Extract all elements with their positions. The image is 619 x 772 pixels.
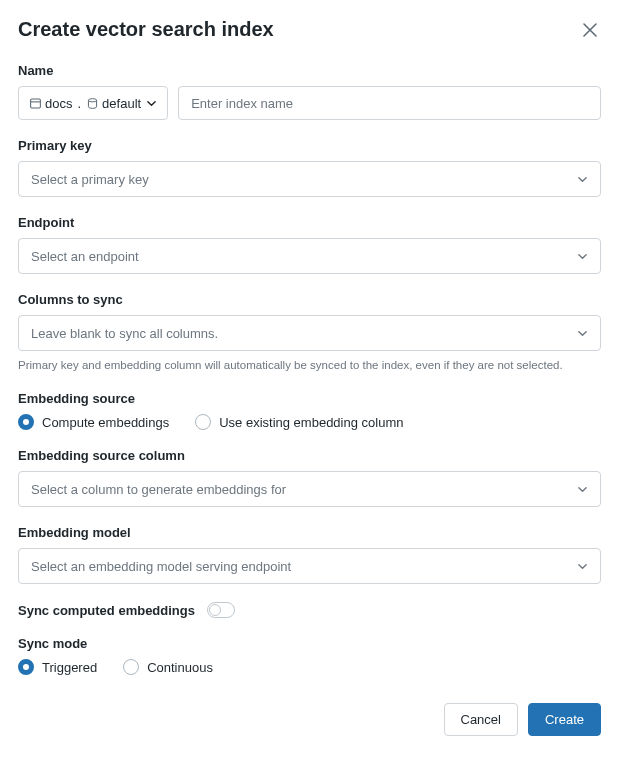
chevron-down-icon — [577, 251, 588, 262]
embedding-source-label: Embedding source — [18, 391, 601, 406]
columns-label: Columns to sync — [18, 292, 601, 307]
embedding-column-placeholder: Select a column to generate embeddings f… — [31, 482, 286, 497]
radio-label: Triggered — [42, 660, 97, 675]
radio-unchecked-icon — [195, 414, 211, 430]
svg-point-2 — [89, 98, 97, 101]
embedding-column-select[interactable]: Select a column to generate embeddings f… — [18, 471, 601, 507]
columns-select[interactable]: Leave blank to sync all columns. — [18, 315, 601, 351]
sync-mode-label: Sync mode — [18, 636, 601, 651]
name-label: Name — [18, 63, 601, 78]
sync-mode-triggered-radio[interactable]: Triggered — [18, 659, 97, 675]
radio-checked-icon — [18, 659, 34, 675]
embedding-source-compute-radio[interactable]: Compute embeddings — [18, 414, 169, 430]
catalog-icon — [29, 97, 42, 110]
catalog-name: docs — [45, 96, 72, 111]
radio-unchecked-icon — [123, 659, 139, 675]
chevron-down-icon — [577, 484, 588, 495]
schema-icon — [86, 97, 99, 110]
chevron-down-icon — [577, 561, 588, 572]
primary-key-label: Primary key — [18, 138, 601, 153]
chevron-down-icon — [577, 174, 588, 185]
radio-label: Use existing embedding column — [219, 415, 403, 430]
embedding-source-existing-radio[interactable]: Use existing embedding column — [195, 414, 403, 430]
sync-computed-toggle[interactable] — [207, 602, 235, 618]
embedding-model-select[interactable]: Select an embedding model serving endpoi… — [18, 548, 601, 584]
embedding-model-placeholder: Select an embedding model serving endpoi… — [31, 559, 291, 574]
primary-key-select[interactable]: Select a primary key — [18, 161, 601, 197]
endpoint-label: Endpoint — [18, 215, 601, 230]
embedding-column-label: Embedding source column — [18, 448, 601, 463]
dialog-title: Create vector search index — [18, 18, 274, 41]
sync-mode-continuous-radio[interactable]: Continuous — [123, 659, 213, 675]
toggle-knob — [209, 604, 221, 616]
close-icon — [583, 23, 597, 37]
chevron-down-icon — [146, 98, 157, 109]
columns-placeholder: Leave blank to sync all columns. — [31, 326, 218, 341]
endpoint-select[interactable]: Select an endpoint — [18, 238, 601, 274]
radio-label: Continuous — [147, 660, 213, 675]
catalog-schema-picker[interactable]: docs . default — [18, 86, 168, 120]
close-button[interactable] — [579, 19, 601, 41]
radio-checked-icon — [18, 414, 34, 430]
embedding-model-label: Embedding model — [18, 525, 601, 540]
radio-label: Compute embeddings — [42, 415, 169, 430]
chevron-down-icon — [577, 328, 588, 339]
endpoint-placeholder: Select an endpoint — [31, 249, 139, 264]
sync-computed-label: Sync computed embeddings — [18, 603, 195, 618]
separator-dot: . — [77, 96, 81, 111]
svg-rect-0 — [31, 99, 41, 108]
schema-name: default — [102, 96, 141, 111]
create-button[interactable]: Create — [528, 703, 601, 736]
cancel-button[interactable]: Cancel — [444, 703, 518, 736]
index-name-input[interactable] — [178, 86, 601, 120]
primary-key-placeholder: Select a primary key — [31, 172, 149, 187]
columns-helper-text: Primary key and embedding column will au… — [18, 357, 601, 373]
